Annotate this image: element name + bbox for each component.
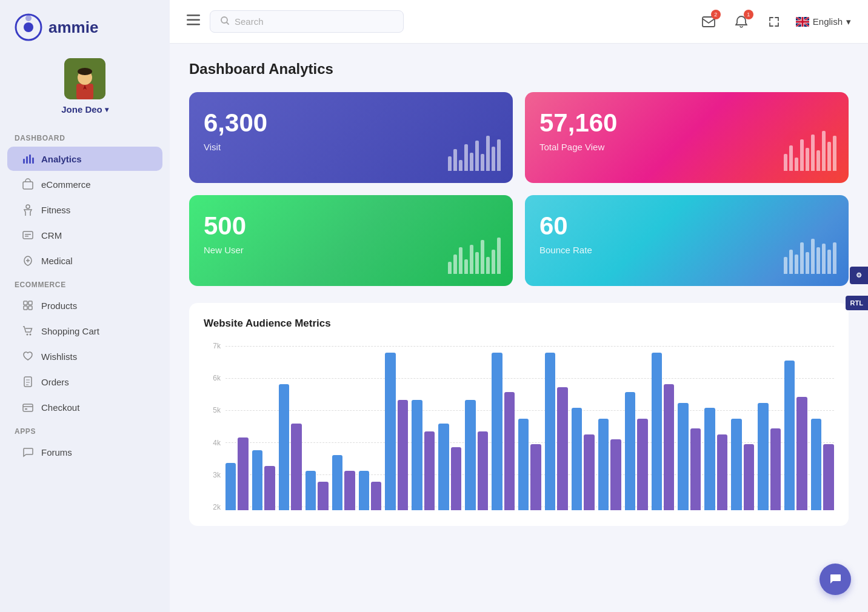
search-bar[interactable]: Search xyxy=(210,10,404,33)
bar-group xyxy=(279,384,302,510)
sidebar-item-wishlists[interactable]: Wishlists xyxy=(7,344,162,368)
bar-group xyxy=(758,403,781,510)
wishlists-icon xyxy=(22,350,34,362)
sidebar-item-products[interactable]: Products xyxy=(7,293,162,318)
bar-item xyxy=(690,428,701,510)
bar-item xyxy=(451,447,461,510)
svg-point-21 xyxy=(27,334,28,336)
bar-item xyxy=(291,424,301,510)
bar-item xyxy=(678,403,688,510)
grid-label-2k: 2k xyxy=(204,503,221,511)
sidebar-item-orders[interactable]: Orders xyxy=(7,370,162,394)
page-title: Dashboard Analytics xyxy=(189,61,849,78)
sidebar-wishlists-label: Wishlists xyxy=(41,351,77,362)
bar-item xyxy=(252,450,262,510)
sidebar-orders-label: Orders xyxy=(41,377,69,387)
bar-group xyxy=(625,392,648,510)
sidebar-analytics-label: Analytics xyxy=(41,154,82,164)
bar-item xyxy=(704,408,715,510)
grid-label-5k: 5k xyxy=(204,406,221,414)
svg-rect-14 xyxy=(23,231,33,239)
bar-group xyxy=(598,419,621,510)
sidebar-section-dashboard: Dashboard xyxy=(0,127,170,146)
sidebar-item-forums[interactable]: Forums xyxy=(7,440,162,464)
bar-item xyxy=(424,431,435,510)
stat-card-pageview: 57,160 Total Page View xyxy=(525,92,849,183)
flag-icon xyxy=(796,17,809,27)
fullscreen-button[interactable] xyxy=(763,11,785,33)
user-name[interactable]: Jone Deo xyxy=(61,104,109,115)
svg-rect-16 xyxy=(25,236,28,237)
sidebar-item-medical[interactable]: Medical xyxy=(7,248,162,273)
bar-group xyxy=(332,455,355,510)
bar-item xyxy=(225,463,236,510)
svg-point-6 xyxy=(78,68,92,75)
bar-group xyxy=(492,353,515,510)
notification-button[interactable]: 1 xyxy=(730,11,752,33)
bar-group xyxy=(359,471,382,510)
svg-rect-11 xyxy=(32,158,34,164)
stat-card-newuser: 500 New User xyxy=(189,195,513,286)
bar-item xyxy=(438,424,449,510)
stat-card-bounce: 60 Bounce Rate xyxy=(525,195,849,286)
gear-button[interactable]: ⚙ xyxy=(850,267,868,284)
bar-item xyxy=(371,482,381,510)
bar-group xyxy=(412,400,435,510)
bar-item xyxy=(344,471,355,510)
hamburger-button[interactable] xyxy=(187,15,200,28)
header-right: 2 1 xyxy=(698,11,851,33)
svg-rect-9 xyxy=(26,156,28,164)
audience-chart-container: Website Audience Metrics 7k 6k 5k xyxy=(189,303,849,526)
bar-group xyxy=(545,353,568,510)
bar-group xyxy=(678,403,701,510)
sidebar-item-shopping-cart[interactable]: Shopping Cart xyxy=(7,319,162,343)
bar-item xyxy=(385,353,395,510)
bar-item xyxy=(758,403,768,510)
bar-item xyxy=(318,482,328,510)
bar-group xyxy=(305,471,329,510)
svg-point-13 xyxy=(26,205,30,208)
rtl-button[interactable]: RTL xyxy=(846,296,868,310)
chat-fab-button[interactable] xyxy=(820,564,851,595)
sidebar-cart-label: Shopping Cart xyxy=(41,326,99,336)
grid-label-3k: 3k xyxy=(204,471,221,479)
svg-point-2 xyxy=(25,15,32,21)
sidebar-item-analytics[interactable]: Analytics xyxy=(7,147,162,171)
user-section: Jone Deo xyxy=(0,52,170,127)
forums-icon xyxy=(22,446,34,458)
bar-group xyxy=(465,400,488,510)
sidebar-item-fitness[interactable]: Fitness xyxy=(7,198,162,222)
bar-group xyxy=(385,353,408,510)
sidebar-fitness-label: Fitness xyxy=(41,205,70,215)
sidebar-forums-label: Forums xyxy=(41,447,72,457)
bounce-value: 60 xyxy=(539,212,834,240)
chart-title: Website Audience Metrics xyxy=(204,318,834,330)
sidebar-item-ecommerce[interactable]: eCommerce xyxy=(7,172,162,196)
search-placeholder: Search xyxy=(235,16,264,27)
bar-item xyxy=(823,444,833,510)
bar-item xyxy=(744,444,754,510)
stat-cards: 6,300 Visit 57,160 Total Pa xyxy=(189,92,849,286)
svg-rect-12 xyxy=(23,182,33,189)
bounce-chart xyxy=(784,239,836,274)
bar-group xyxy=(811,419,834,510)
bar-item xyxy=(598,419,609,510)
language-chevron: ▾ xyxy=(846,16,851,27)
svg-rect-28 xyxy=(187,24,200,25)
bar-item xyxy=(770,428,781,510)
svg-rect-25 xyxy=(25,408,27,410)
sidebar-item-checkout[interactable]: Checkout xyxy=(7,395,162,419)
products-icon xyxy=(22,299,34,311)
bar-group xyxy=(225,437,249,510)
bar-item xyxy=(530,444,541,510)
stat-card-visit: 6,300 Visit xyxy=(189,92,513,183)
language-label: English xyxy=(813,16,843,27)
email-button[interactable]: 2 xyxy=(698,11,719,33)
visit-value: 6,300 xyxy=(204,109,498,137)
avatar xyxy=(64,58,105,99)
logo-text: ammie xyxy=(48,18,98,37)
language-selector[interactable]: English ▾ xyxy=(796,16,851,27)
bar-group xyxy=(731,419,754,510)
bar-group xyxy=(652,353,675,510)
sidebar-item-crm[interactable]: CRM xyxy=(7,223,162,247)
